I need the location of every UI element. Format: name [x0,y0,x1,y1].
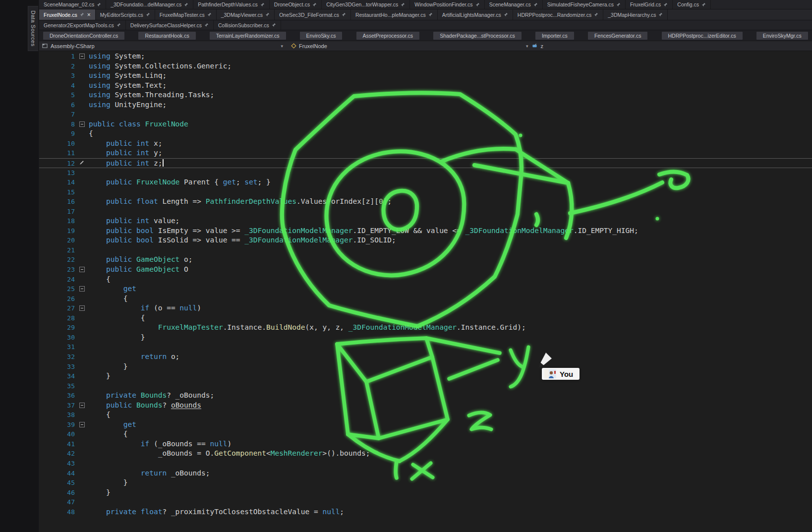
code-line-5[interactable]: 5using System.Threading.Tasks; [39,90,812,100]
code-line-37[interactable]: 37 public Bounds? oBounds [39,401,812,411]
overflow-tab-enviroskymgr-cs[interactable]: EnviroSkyMgr.cs [756,32,808,40]
code-line-47[interactable]: 47 [39,497,812,507]
code-line-48[interactable]: 48 private float? _proximityToClosestObs… [39,507,812,517]
pin-icon[interactable] [594,12,598,17]
code-line-44[interactable]: 44 return _oBounds; [39,469,812,478]
code-line-20[interactable]: 20 public bool IsSolid => value == _3DFo… [39,236,812,245]
tab-generator2exportmaptools-cs[interactable]: Generator2ExportMapTools.cs [39,20,126,30]
pin-icon[interactable] [428,12,433,17]
overflow-tab-fencesgenerator-cs[interactable]: FencesGenerator.cs [588,32,648,40]
pin-icon[interactable] [312,2,317,7]
pin-icon[interactable] [146,12,150,17]
tab-deliverysurfaceclasshelper-cs[interactable]: DeliverySurfaceClassHelper.cs [126,20,214,30]
pin-icon[interactable] [260,2,265,7]
pin-icon[interactable] [533,2,538,7]
code-line-40[interactable]: 40 { [39,429,812,439]
overflow-tab-droneorientationcontroller-cs[interactable]: DroneOrientationController.cs [43,32,124,40]
tab-config-cs[interactable]: Config.cs [673,0,711,9]
pin-icon[interactable] [475,2,480,7]
tab-3dmapviewer-cs[interactable]: _3DMapViewer.cs [217,9,275,20]
fold-gutter[interactable] [78,119,86,129]
fold-gutter[interactable] [78,52,86,61]
fold-marker[interactable] [79,403,85,408]
tab-scenemanager-cs[interactable]: SceneManager.cs [485,0,543,9]
pin-icon[interactable] [658,12,663,17]
code-line-27[interactable]: 27 if (o == null) [39,303,812,313]
pin-icon[interactable] [97,2,101,7]
code-line-42[interactable]: 42 _oBounds = O.GetComponent<MeshRendere… [39,449,812,459]
code-line-23[interactable]: 23 public GameObject O [39,265,812,275]
fold-gutter[interactable] [78,401,86,411]
code-line-33[interactable]: 33 } [39,362,812,372]
code-line-4[interactable]: 4using System.Text; [39,81,812,91]
code-line-18[interactable]: 18 public int value; [39,216,812,226]
tab-restaurantho-plemanager-cs[interactable]: RestaurantHo...pleManager.cs [351,9,438,20]
overflow-tab-restauranthook-cs[interactable]: RestaurantHook.cs [138,32,195,40]
code-line-32[interactable]: 32 return o; [39,352,812,362]
overflow-tab-assetpreprocessor-cs[interactable]: AssetPreprocessor.cs [356,32,420,40]
tab-citygen3dgen-torwrapper-cs[interactable]: CityGen3DGen...torWrapper.cs [322,0,410,9]
tab-3dfoundatio-delmanager-cs[interactable]: _3DFoundatio...delManager.cs [106,0,193,9]
code-line-30[interactable]: 30 } [39,333,812,343]
fold-gutter[interactable] [78,284,86,294]
tab-windowpositionfinder-cs[interactable]: WindowPositionFinder.cs [410,0,484,9]
code-line-11[interactable]: 11 public int y; [39,148,812,158]
code-line-46[interactable]: 46 } [39,488,812,498]
code-line-24[interactable]: 24 { [39,275,812,285]
code-line-17[interactable]: 17 [39,207,812,217]
code-line-19[interactable]: 19 public bool IsEmpty => value >= _3DFo… [39,226,812,236]
code-line-21[interactable]: 21 [39,245,812,255]
code-line-14[interactable]: 14 public FruxelNode Parent { get; set; … [39,177,812,187]
project-dropdown[interactable]: Assembly-CSharp ▾ [42,43,283,49]
code-line-16[interactable]: 16 public float Length => PathfinderDept… [39,197,812,207]
code-line-45[interactable]: 45 } [39,478,812,488]
pin-icon[interactable] [204,23,209,27]
overflow-tab-envirosky-cs[interactable]: EnviroSky.cs [300,32,343,40]
pin-icon[interactable] [116,23,121,27]
code-line-31[interactable]: 31 [39,342,812,352]
tab-pathfinderdepthvalues-cs[interactable]: PathfinderDepthValues.cs [193,0,270,9]
code-line-43[interactable]: 43 [39,459,812,469]
pin-icon[interactable] [80,12,84,17]
tab-3dmaphierarchy-cs[interactable]: _3DMapHierarchy.cs [603,9,668,20]
code-line-35[interactable]: 35 [39,381,812,391]
overflow-tab-terrainlayerrandomizer-cs[interactable]: TerrainLayerRandomizer.cs [210,32,286,40]
code-line-29[interactable]: 29 FruxelMapTester.Instance.BuildNode(x,… [39,323,812,333]
pin-icon[interactable] [663,2,668,7]
overflow-tab-hdrppostproc-izereditor-cs[interactable]: HDRPPostproc...izerEditor.cs [662,32,743,40]
tab-fruxelmaptester-cs[interactable]: FruxelMapTester.cs [155,9,217,20]
code-line-13[interactable]: 13 [39,168,812,178]
pin-icon[interactable] [272,23,276,27]
code-line-3[interactable]: 3using System.Linq; [39,71,812,81]
fold-marker[interactable] [79,422,85,427]
code-line-6[interactable]: 6using UnityEngine; [39,100,812,110]
code-line-36[interactable]: 36 private Bounds? _oBounds; [39,391,812,401]
fold-gutter[interactable] [78,265,86,275]
pin-icon[interactable] [265,12,270,17]
data-sources-vertical-tab[interactable]: Data Sources [28,6,38,51]
code-line-9[interactable]: 9{ [39,129,812,139]
code-line-41[interactable]: 41 if (_oBounds == null) [39,439,812,449]
fold-marker[interactable] [79,121,85,127]
overflow-tab-importer-cs[interactable]: Importer.cs [535,32,574,40]
tab-collisionsubscriber-cs[interactable]: CollisionSubscriber.cs [214,20,281,30]
pin-icon[interactable] [184,2,188,7]
fold-gutter[interactable] [78,420,86,430]
code-line-26[interactable]: 26 { [39,294,812,304]
member-dropdown[interactable]: ▾ z [526,41,543,51]
code-editor[interactable]: 1using System;2using System.Collections.… [39,51,812,532]
tab-simulatedfisheyecamera-cs[interactable]: SimulatedFisheyeCamera.cs [543,0,626,9]
tab-scenemanager-02-cs[interactable]: SceneManager_02.cs [39,0,106,9]
pin-icon[interactable] [504,12,508,17]
code-line-25[interactable]: 25 get [39,284,812,294]
code-line-38[interactable]: 38 { [39,410,812,420]
fold-marker[interactable] [79,305,85,311]
code-line-34[interactable]: 34 } [39,371,812,381]
pin-icon[interactable] [342,12,346,17]
tab-artificiallightsmanager-cs[interactable]: ArtificialLightsManager.cs [438,9,513,20]
fold-marker[interactable] [79,267,85,272]
pin-icon[interactable] [701,2,706,7]
code-line-15[interactable]: 15 [39,187,812,197]
pin-icon[interactable] [401,2,405,7]
tab-fruxelgrid-cs[interactable]: FruxelGrid.cs [626,0,673,9]
